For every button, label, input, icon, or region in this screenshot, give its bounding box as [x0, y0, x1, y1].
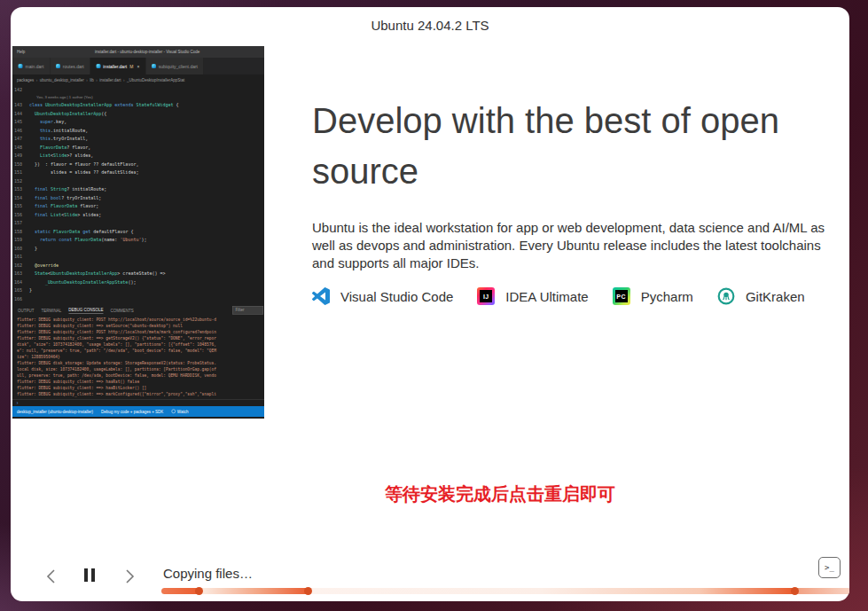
- code-line: 149 List<Slide>? slides,: [12, 152, 264, 161]
- slide-body-text: Ubuntu is the ideal workstation for app …: [312, 219, 837, 272]
- panel-tab: DEBUG CONSOLE: [68, 308, 103, 314]
- vscode-screenshot: Help installer.dart - ubuntu-desktop-ins…: [12, 46, 264, 419]
- chevron-right-icon: [122, 568, 137, 584]
- vscode-console-prompt: ›: [12, 399, 264, 406]
- code-line: 166: [12, 294, 264, 303]
- watch-circle-icon: [171, 410, 176, 414]
- chevron-left-icon: [44, 568, 59, 584]
- progress-dot: [304, 587, 312, 595]
- console-filter-box: Filter: [232, 306, 263, 315]
- code-line: 146 this.initialRoute,: [12, 126, 264, 135]
- vscode-mock: Help installer.dart - ubuntu-desktop-ins…: [12, 46, 264, 419]
- console-line: flutter: DEBUG subiquity_client: POST ht…: [17, 329, 264, 335]
- window-title: Ubuntu 24.04.2 LTS: [11, 18, 849, 33]
- tool-label: Visual Studio Code: [340, 289, 453, 304]
- tool-visual-studio-code: Visual Studio Code: [312, 287, 453, 305]
- code-line: 165}: [12, 286, 264, 295]
- restart-annotation: 等待安装完成后点击重启即可: [312, 482, 688, 506]
- panel-tab: COMMENTS: [111, 309, 134, 313]
- pause-icon: [82, 568, 97, 584]
- terminal-icon: >_: [825, 563, 834, 572]
- vscode-icon: [312, 287, 330, 305]
- progress-dot: [195, 587, 203, 595]
- panel-tab: TERMINAL: [42, 309, 62, 313]
- code-line: 160 }: [12, 244, 264, 253]
- vscode-status-project: desktop_installer (ubuntu-desktop-instal…: [17, 410, 93, 414]
- code-line: 143class UbuntuDesktopInstallerApp exten…: [12, 101, 264, 110]
- idea-icon: IJ: [477, 287, 495, 305]
- slideshow-pause-button[interactable]: [81, 568, 98, 585]
- code-line: 142: [12, 86, 264, 95]
- code-line: 157: [12, 219, 264, 228]
- code-line: 151 slides = slides ?? defaultSlides;: [12, 168, 264, 177]
- vscode-status-bar: desktop_installer (ubuntu-desktop-instal…: [12, 406, 264, 417]
- code-line: 159 return const FlavorData(name: 'Ubunt…: [12, 236, 264, 245]
- vscode-help-menu: Help: [12, 50, 30, 54]
- tool-gitkraken: GitKraken: [717, 287, 805, 305]
- vscode-status-debug-config: Debug my code + packages + SDK: [101, 410, 163, 414]
- dart-file-icon: [96, 64, 100, 68]
- code-line: 158 static FlavorData get defaultFlavor …: [12, 227, 264, 236]
- code-line: 148 FlavorData? flavor,: [12, 143, 264, 152]
- editor-tab: installer.dartM×: [90, 58, 146, 74]
- pycharm-badge: PC: [615, 290, 628, 302]
- tool-label: GitKraken: [746, 289, 805, 304]
- code-line: 153 final String? initialRoute;: [12, 185, 264, 194]
- tool-label: Pycharm: [641, 289, 693, 304]
- code-line: 144 UbuntuDesktopInstallerApp({: [12, 109, 264, 118]
- code-line: 150 }) : flavor = flavor ?? defaultFlavo…: [12, 160, 264, 168]
- vscode-status-watch: Watch: [171, 410, 188, 414]
- console-line: flutter: DEBUG subiquity_client: POST ht…: [17, 317, 264, 323]
- editor-tab: routes.dart: [50, 58, 90, 74]
- console-line: flutter: DEBUG subiquity_client: ==> get…: [17, 335, 264, 341]
- install-status-text: Copying files…: [163, 566, 253, 581]
- gitkraken-icon: [717, 287, 735, 305]
- slide-heading: Develop with the best of open source: [312, 96, 849, 197]
- codelens-annotation: You, 3 weeks ago | 1 author (You): [12, 94, 264, 101]
- code-line: 163 State<UbuntuDesktopInstallerApp> cre…: [12, 270, 264, 278]
- vscode-panel-tabs: OUTPUTTERMINALDEBUG CONSOLECOMMENTSFilte…: [12, 304, 264, 317]
- console-line: ull, preserve: true, path: /dev/sda, boo…: [17, 372, 264, 379]
- code-line: 154 final bool? tryOrInstall;: [12, 193, 264, 202]
- code-line: 164 _UbuntuDesktopInstallerAppState();: [12, 278, 264, 286]
- code-line: 155 final FlavorData flavor;: [12, 202, 264, 211]
- vscode-breadcrumb: packages›ubuntu_desktop_installer›lib›in…: [12, 74, 264, 85]
- console-line: flutter: DEBUG subiquity_client: ==> has…: [17, 385, 264, 391]
- dart-file-icon: [56, 64, 60, 68]
- code-line: 152: [12, 176, 264, 185]
- vscode-titlebar: Help installer.dart - ubuntu-desktop-ins…: [12, 46, 264, 58]
- console-line: local disk, size: 107374182400, usageLab…: [17, 366, 264, 372]
- console-line: flutter: DEBUG subiquity_client: ==> mar…: [17, 391, 264, 397]
- console-line: flutter: DEBUG subiquity_client: ==> has…: [17, 379, 264, 385]
- installer-window: Ubuntu 24.04.2 LTS Help installer.dart -…: [11, 7, 849, 601]
- tool-idea-ultimate: IJ IDEA Ultimate: [477, 287, 588, 305]
- vscode-window-title: installer.dart - ubuntu-desktop-installe…: [30, 50, 264, 54]
- tools-row: Visual Studio Code IJ IDEA Ultimate PC P…: [312, 287, 805, 305]
- dart-file-icon: [152, 64, 156, 68]
- console-line: disk", "size": 107374182400, "usage_labe…: [17, 341, 264, 348]
- vscode-tab-bar: main.dartroutes.dartinstaller.dartM×subi…: [12, 58, 264, 74]
- dart-file-icon: [19, 64, 23, 68]
- console-line: flutter: DEBUG disk_storage: Update stor…: [17, 360, 264, 366]
- tool-label: IDEA Ultimate: [505, 289, 588, 304]
- idea-badge: IJ: [480, 290, 492, 302]
- vscode-debug-console: flutter: DEBUG subiquity_client: POST ht…: [12, 317, 264, 399]
- console-line: e": null, "preserve": true, "path": "/de…: [17, 348, 264, 354]
- panel-tab: OUTPUT: [18, 309, 35, 313]
- code-line: 147 this.tryOrInstall,: [12, 135, 264, 144]
- code-line: 145 super.key,: [12, 118, 264, 127]
- console-line: ize": 12885950464}: [17, 354, 264, 360]
- pycharm-icon: PC: [613, 287, 630, 305]
- progress-bar: [161, 588, 849, 594]
- code-line: 156 final List<Slide> slides;: [12, 210, 264, 219]
- editor-tab: main.dart: [12, 58, 50, 74]
- vscode-code-area: 142You, 3 weeks ago | 1 author (You)143c…: [12, 85, 264, 304]
- terminal-toggle-button[interactable]: >_: [818, 557, 841, 578]
- tool-pycharm: PC Pycharm: [613, 287, 693, 305]
- code-line: 161: [12, 253, 264, 262]
- console-line: flutter: DEBUG subiquity_client: ==> set…: [17, 323, 264, 329]
- slide-forward-button[interactable]: [121, 568, 138, 585]
- code-line: 162 @override: [12, 261, 264, 270]
- progress-dot: [791, 587, 799, 595]
- slide-back-button[interactable]: [43, 568, 60, 585]
